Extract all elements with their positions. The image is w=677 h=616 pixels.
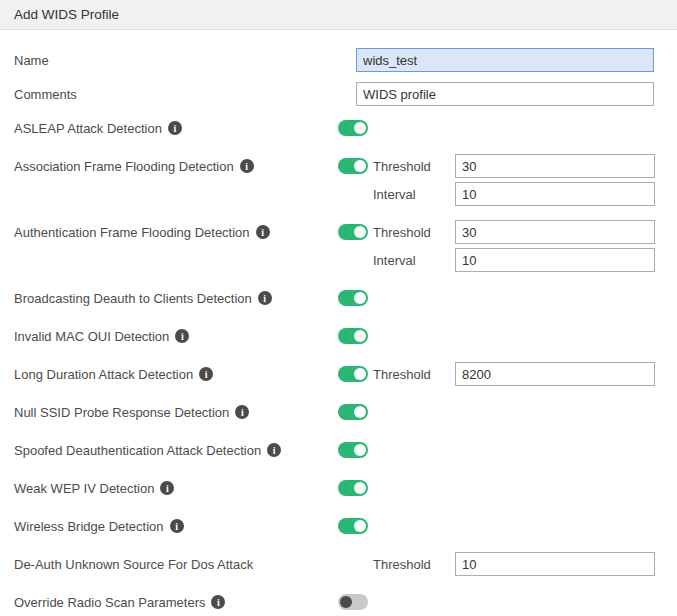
deauth-unknown-threshold-input[interactable] [455, 552, 655, 576]
setting-label: Invalid MAC OUI Detection [14, 329, 169, 344]
association-threshold-input[interactable] [455, 154, 655, 178]
info-icon[interactable]: i [168, 121, 182, 135]
setting-label: Wireless Bridge Detection [14, 519, 164, 534]
threshold-label: Threshold [373, 557, 455, 572]
long-duration-threshold-input[interactable] [455, 362, 655, 386]
toggle-knob [354, 160, 366, 172]
name-label: Name [14, 53, 356, 68]
toggle-null-ssid-probe[interactable] [338, 404, 368, 420]
toggle-override-radio-scan[interactable] [338, 594, 368, 610]
setting-label: Weak WEP IV Detection [14, 481, 154, 496]
toggle-knob [354, 406, 366, 418]
toggle-knob [354, 444, 366, 456]
toggle-association-frame-flooding[interactable] [338, 158, 368, 174]
threshold-label: Threshold [373, 159, 455, 174]
comments-label: Comments [14, 87, 356, 102]
info-icon[interactable]: i [235, 405, 249, 419]
toggle-spoofed-deauthentication[interactable] [338, 442, 368, 458]
setting-label: Broadcasting Deauth to Clients Detection [14, 291, 252, 306]
info-icon[interactable]: i [175, 329, 189, 343]
toggle-asleap-attack-detection[interactable] [338, 120, 368, 136]
setting-label: Association Frame Flooding Detection [14, 159, 234, 174]
page-title: Add WIDS Profile [0, 0, 677, 30]
threshold-label: Threshold [373, 225, 455, 240]
toggle-invalid-mac-oui[interactable] [338, 328, 368, 344]
setting-label: Authentication Frame Flooding Detection [14, 225, 250, 240]
toggle-broadcasting-deauth[interactable] [338, 290, 368, 306]
toggle-knob [354, 482, 366, 494]
threshold-label: Threshold [373, 367, 455, 382]
toggle-weak-wep-iv[interactable] [338, 480, 368, 496]
toggle-knob [354, 330, 366, 342]
info-icon[interactable]: i [199, 367, 213, 381]
row-association-frame-flooding: Association Frame Flooding Detection i T… [0, 154, 677, 206]
setting-label: De-Auth Unknown Source For Dos Attack [14, 557, 253, 572]
row-asleap-attack-detection: ASLEAP Attack Detection i [0, 116, 677, 140]
authentication-interval-input[interactable] [455, 248, 655, 272]
info-icon[interactable]: i [170, 519, 184, 533]
authentication-threshold-input[interactable] [455, 220, 655, 244]
interval-label: Interval [373, 253, 455, 268]
interval-label: Interval [373, 187, 455, 202]
toggle-wireless-bridge[interactable] [338, 518, 368, 534]
info-icon[interactable]: i [258, 291, 272, 305]
association-interval-input[interactable] [455, 182, 655, 206]
row-null-ssid-probe: Null SSID Probe Response Detection i [0, 400, 677, 424]
setting-label: Override Radio Scan Parameters [14, 595, 205, 610]
toggle-knob [354, 226, 366, 238]
wids-profile-form: Name Comments ASLEAP Attack Detection i … [0, 30, 677, 614]
toggle-knob [354, 368, 366, 380]
setting-label: Long Duration Attack Detection [14, 367, 193, 382]
comments-row: Comments [0, 82, 677, 106]
info-icon[interactable]: i [267, 443, 281, 457]
toggle-knob [354, 122, 366, 134]
toggle-knob [354, 292, 366, 304]
info-icon[interactable]: i [160, 481, 174, 495]
row-weak-wep-iv: Weak WEP IV Detection i [0, 476, 677, 500]
toggle-authentication-frame-flooding[interactable] [338, 224, 368, 240]
row-invalid-mac-oui: Invalid MAC OUI Detection i [0, 324, 677, 348]
row-long-duration-attack: Long Duration Attack Detection i Thresho… [0, 362, 677, 386]
info-icon[interactable]: i [240, 159, 254, 173]
toggle-knob [340, 596, 352, 608]
row-spoofed-deauthentication: Spoofed Deauthentication Attack Detectio… [0, 438, 677, 462]
setting-label: ASLEAP Attack Detection [14, 121, 162, 136]
name-input[interactable] [356, 48, 654, 72]
row-wireless-bridge: Wireless Bridge Detection i [0, 514, 677, 538]
info-icon[interactable]: i [211, 595, 225, 609]
page-title-text: Add WIDS Profile [14, 7, 119, 22]
row-broadcasting-deauth: Broadcasting Deauth to Clients Detection… [0, 286, 677, 310]
row-override-radio-scan: Override Radio Scan Parameters i [0, 590, 677, 614]
row-deauth-unknown-source: De-Auth Unknown Source For Dos Attack Th… [0, 552, 677, 576]
toggle-knob [354, 520, 366, 532]
setting-label: Null SSID Probe Response Detection [14, 405, 229, 420]
info-icon[interactable]: i [256, 225, 270, 239]
name-row: Name [0, 48, 677, 72]
comments-input[interactable] [356, 82, 654, 106]
row-authentication-frame-flooding: Authentication Frame Flooding Detection … [0, 220, 677, 272]
setting-label: Spoofed Deauthentication Attack Detectio… [14, 443, 261, 458]
toggle-long-duration-attack[interactable] [338, 366, 368, 382]
